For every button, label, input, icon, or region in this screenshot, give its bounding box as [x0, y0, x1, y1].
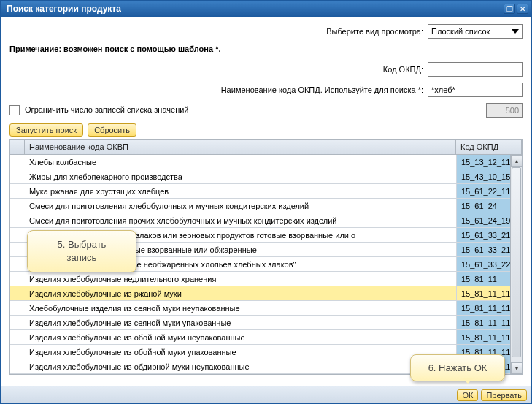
grid-header: Наименование кода ОКВП Код ОКПД: [10, 140, 522, 155]
scroll-down-icon[interactable]: ▾: [511, 362, 522, 374]
table-row[interactable]: Смеси для приготовления хлебобулочных и …: [10, 199, 522, 213]
table-row[interactable]: Изделия хлебобулочные из обойной муки не…: [10, 330, 522, 345]
row-name: Хлебы колбасные: [25, 158, 456, 167]
row-name: Изделия хлебобулочные из сеяной муки упа…: [25, 319, 456, 327]
cancel-button[interactable]: Прервать: [481, 389, 527, 401]
callout-select-row: 5. Выбрать запись: [27, 230, 136, 272]
row-name: Изделия хлебобулочные из ржаной муки: [25, 289, 456, 298]
view-select[interactable]: Плоский список: [428, 24, 523, 39]
table-row[interactable]: Мука ржаная для хрустящих хлебцев15_61_2…: [10, 184, 522, 199]
window-title: Поиск категории продукта: [7, 4, 502, 14]
limit-checkbox-wrap[interactable]: Ограничить число записей списка значений: [9, 105, 189, 115]
view-label: Выберите вид просмотра:: [326, 27, 423, 36]
table-row[interactable]: Изделия хлебобулочные из сеяной муки упа…: [10, 316, 522, 330]
row-name: Жиры для хлебопекарного производства: [25, 172, 456, 181]
name-search-label: Наименование кода ОКПД. Используйте для …: [221, 85, 423, 94]
note-text: Примечание: возможен поиск с помощью шаб…: [9, 45, 523, 53]
col-name-header[interactable]: Наименование кода ОКВП: [25, 140, 456, 154]
separate-window-icon[interactable]: ❐: [504, 4, 515, 14]
limit-value: [486, 103, 523, 118]
close-icon[interactable]: ✕: [517, 4, 528, 14]
titlebar: Поиск категории продукта ❐ ✕: [1, 1, 531, 17]
row-name: Смеси для приготовления прочих хлебобуло…: [25, 216, 456, 225]
row-name: Изделия хлебобулочные недлительного хран…: [25, 275, 456, 283]
row-name: Изделия хлебобулочные из обойной муки уп…: [25, 348, 456, 357]
row-name: Мука ржаная для хрустящих хлебцев: [25, 187, 456, 196]
table-row[interactable]: Хлебы колбасные15_13_12_115: [10, 155, 522, 169]
scrollbar-vertical[interactable]: ▴ ▾: [510, 155, 522, 374]
row-name: Изделия хлебобулочные из обойной муки не…: [25, 333, 456, 342]
table-row[interactable]: Смеси для приготовления прочих хлебобуло…: [10, 213, 522, 228]
code-input[interactable]: [428, 62, 523, 77]
dialog-footer: ОК Прервать: [1, 386, 531, 403]
table-row[interactable]: Изделия хлебобулочные из ржаной муки15_8…: [10, 286, 522, 301]
name-search-input[interactable]: [428, 83, 523, 97]
limit-label: Ограничить число записей списка значений: [25, 105, 188, 114]
callout-press-ok: 6. Нажать ОК: [410, 354, 505, 381]
row-name: Смеси для приготовления хлебобулочных и …: [25, 202, 456, 210]
search-button[interactable]: Запустить поиск: [9, 123, 83, 137]
row-name: Хлебобулочные изделия из сеяной муки неу…: [25, 304, 456, 313]
table-row[interactable]: Хлебобулочные изделия из сеяной муки неу…: [10, 301, 522, 316]
ok-button[interactable]: ОК: [457, 389, 478, 401]
col-selector: [10, 140, 25, 154]
dialog-window: Поиск категории продукта ❐ ✕ Выберите ви…: [0, 0, 532, 404]
scroll-up-icon[interactable]: ▴: [511, 155, 522, 167]
row-name: Изделия хлебобулочные из обдирной муки н…: [25, 362, 456, 371]
table-row[interactable]: Жиры для хлебопекарного производства15_4…: [10, 169, 522, 184]
col-code-header[interactable]: Код ОКПД: [456, 140, 522, 154]
limit-checkbox[interactable]: [9, 105, 20, 115]
scroll-thumb[interactable]: [512, 167, 521, 357]
reset-button[interactable]: Сбросить: [88, 123, 136, 137]
table-row[interactable]: Изделия хлебобулочные недлительного хран…: [10, 272, 522, 286]
code-label: Код ОКПД:: [383, 65, 423, 74]
